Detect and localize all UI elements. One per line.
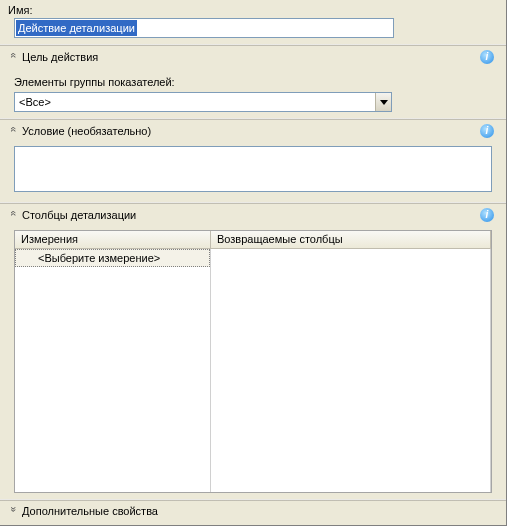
section-header-condition[interactable]: « Условие (необязательно) i bbox=[0, 120, 506, 142]
drillthrough-action-panel: Имя: Действие детализации « Цель действи… bbox=[0, 0, 507, 526]
measure-group-dropdown[interactable]: <Все> bbox=[14, 92, 392, 112]
chevron-down-icon: » bbox=[8, 506, 19, 516]
new-dimension-row[interactable]: <Выберите измерение> bbox=[15, 249, 210, 267]
chevron-up-icon: « bbox=[8, 52, 19, 62]
info-icon[interactable]: i bbox=[480, 208, 494, 222]
info-icon[interactable]: i bbox=[480, 124, 494, 138]
dropdown-button[interactable] bbox=[375, 93, 391, 111]
name-input-value: Действие детализации bbox=[16, 20, 137, 36]
section-header-columns[interactable]: « Столбцы детализации i bbox=[0, 204, 506, 226]
columns-grid[interactable]: Измерения Возвращаемые столбцы <Выберите… bbox=[14, 230, 492, 493]
grid-body: <Выберите измерение> bbox=[15, 249, 491, 492]
chevron-up-icon: « bbox=[8, 126, 19, 136]
name-input[interactable]: Действие детализации bbox=[14, 18, 394, 38]
grid-header: Измерения Возвращаемые столбцы bbox=[15, 231, 491, 249]
section-title-advanced: Дополнительные свойства bbox=[22, 505, 498, 517]
dropdown-value: <Все> bbox=[15, 96, 375, 108]
info-icon[interactable]: i bbox=[480, 50, 494, 64]
condition-textarea[interactable] bbox=[14, 146, 492, 192]
chevron-up-icon: « bbox=[8, 210, 19, 220]
section-header-advanced[interactable]: » Дополнительные свойства bbox=[0, 501, 506, 521]
grid-header-dimensions[interactable]: Измерения bbox=[15, 231, 211, 249]
measure-group-label: Элементы группы показателей: bbox=[0, 72, 506, 90]
section-title-columns: Столбцы детализации bbox=[22, 209, 480, 221]
chevron-down-icon bbox=[380, 100, 388, 105]
name-label: Имя: bbox=[0, 0, 506, 18]
section-title-condition: Условие (необязательно) bbox=[22, 125, 480, 137]
grid-header-return-columns[interactable]: Возвращаемые столбцы bbox=[211, 231, 491, 249]
section-title-target: Цель действия bbox=[22, 51, 480, 63]
section-header-target[interactable]: « Цель действия i bbox=[0, 46, 506, 68]
